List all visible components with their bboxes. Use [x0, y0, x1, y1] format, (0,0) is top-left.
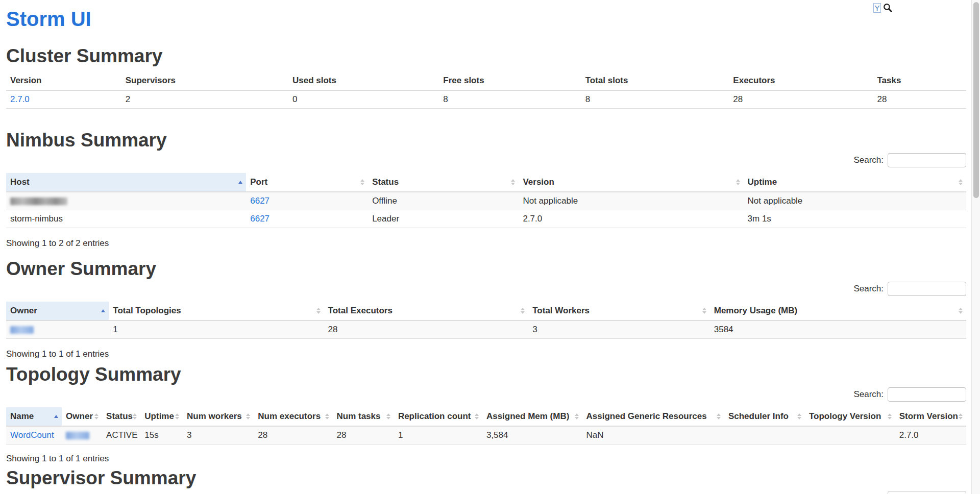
sort-both-icon [475, 413, 479, 419]
col-storm-version-sort[interactable]: Storm Version [895, 407, 966, 426]
col-owner-sort[interactable]: Owner [6, 302, 109, 320]
browser-find-widgets: Y [873, 3, 893, 13]
sort-both-icon [521, 308, 525, 314]
col-status-sort[interactable]: Status [102, 407, 140, 426]
col-name-sort[interactable]: Name [6, 407, 62, 426]
owner-summary-table: Owner Total Topologies Total Executors T… [6, 302, 966, 339]
owner-search-input[interactable] [888, 282, 966, 296]
col-supervisors: Supervisors [121, 71, 288, 90]
topology-summary-table: Name Owner Status Uptime Num workers Num… [6, 407, 966, 444]
table-row: 6627 Offline Not applicable Not applicab… [6, 192, 966, 210]
col-num-executors-sort[interactable]: Num executors [254, 407, 332, 426]
redacted-host-value [10, 197, 67, 205]
sort-both-icon [246, 413, 250, 419]
nimbus-port-link[interactable]: 6627 [250, 214, 270, 224]
nimbus-uptime-value: Not applicable [744, 192, 966, 210]
table-header-row: Owner Total Topologies Total Executors T… [6, 302, 966, 320]
sort-both-icon [717, 413, 721, 419]
nimbus-summary-table: Host Port Status Version Uptime 6627 Off… [6, 173, 966, 228]
col-status-sort[interactable]: Status [368, 173, 519, 192]
sort-both-icon [94, 413, 99, 419]
col-replication-count-sort[interactable]: Replication count [394, 407, 482, 426]
nimbus-search-input[interactable] [888, 153, 966, 167]
cluster-summary-table: Version Supervisors Used slots Free slot… [6, 71, 966, 109]
cluster-tasks-value: 28 [873, 90, 967, 109]
sort-both-icon [959, 308, 963, 314]
cluster-executors-value: 28 [729, 90, 873, 109]
col-total-topologies-sort[interactable]: Total Topologies [109, 302, 324, 320]
topology-num-tasks-value: 28 [333, 426, 394, 444]
sort-both-icon [575, 413, 579, 419]
supervisor-summary-heading: Supervisor Summary [6, 468, 966, 488]
sort-both-icon [316, 308, 321, 314]
cluster-free-slots-value: 8 [439, 90, 581, 109]
col-host-sort[interactable]: Host [6, 173, 246, 192]
sort-both-icon [360, 179, 364, 185]
nimbus-summary-heading: Nimbus Summary [6, 130, 966, 151]
col-free-slots: Free slots [439, 71, 581, 90]
owner-total-executors-value: 28 [324, 320, 529, 339]
topology-assigned-mem-value: 3,584 [482, 426, 582, 444]
owner-entries-info: Showing 1 to 1 of 1 entries [6, 349, 966, 359]
scrollbar-thumb[interactable] [973, 2, 979, 198]
topology-assigned-generic-resources-value: NaN [582, 426, 724, 444]
sort-both-icon [959, 179, 963, 185]
col-port-sort[interactable]: Port [246, 173, 368, 192]
col-topology-version-sort[interactable]: Topology Version [805, 407, 895, 426]
col-uptime-sort[interactable]: Uptime [744, 173, 966, 192]
nimbus-search-bar: Search: [6, 153, 966, 168]
topology-entries-info: Showing 1 to 1 of 1 entries [6, 454, 966, 464]
col-uptime-sort[interactable]: Uptime [140, 407, 183, 426]
cluster-total-slots-value: 8 [581, 90, 729, 109]
nimbus-status-value: Offline [368, 192, 519, 210]
nimbus-version-value: 2.7.0 [519, 210, 743, 228]
col-assigned-mem-sort[interactable]: Assigned Mem (MB) [482, 407, 582, 426]
sort-both-icon [702, 308, 706, 314]
cluster-supervisors-value: 2 [121, 90, 288, 109]
topology-scheduler-info-value [724, 426, 805, 444]
topology-search-input[interactable] [888, 387, 966, 402]
col-num-tasks-sort[interactable]: Num tasks [333, 407, 394, 426]
text-highlight-y: Y [873, 3, 881, 13]
redacted-owner-link[interactable] [10, 326, 34, 334]
topology-num-executors-value: 28 [254, 426, 332, 444]
nimbus-entries-info: Showing 1 to 2 of 2 entries [6, 238, 966, 249]
sort-both-icon [511, 179, 515, 185]
search-icon[interactable] [883, 3, 893, 13]
topology-uptime-value: 15s [140, 426, 183, 444]
col-scheduler-info-sort[interactable]: Scheduler Info [724, 407, 805, 426]
vertical-scrollbar[interactable] [971, 0, 980, 494]
col-total-slots: Total slots [581, 71, 729, 90]
sort-both-icon [736, 179, 740, 185]
col-owner-sort[interactable]: Owner [62, 407, 102, 426]
page-title: Storm UI [6, 8, 966, 30]
owner-total-workers-value: 3 [528, 320, 710, 339]
topology-search-bar: Search: [6, 387, 966, 402]
storm-ui-home-link[interactable]: Storm UI [6, 8, 91, 30]
supervisor-search-bar: Search: [6, 490, 966, 494]
table-header-row: Version Supervisors Used slots Free slot… [6, 71, 966, 90]
sort-asc-icon [238, 181, 242, 184]
owner-search-bar: Search: [6, 281, 966, 297]
redacted-owner-link[interactable] [66, 432, 89, 439]
table-row: 2.7.0 2 0 8 8 28 28 [6, 90, 966, 109]
nimbus-uptime-value: 3m 1s [744, 210, 966, 228]
col-used-slots: Used slots [288, 71, 439, 90]
table-header-row: Host Port Status Version Uptime [6, 173, 966, 192]
nimbus-host-value: storm-nimbus [6, 210, 246, 228]
col-version-sort[interactable]: Version [519, 173, 743, 192]
table-row: storm-nimbus 6627 Leader 2.7.0 3m 1s [6, 210, 966, 228]
table-row: 1 28 3 3584 [6, 320, 966, 339]
col-total-workers-sort[interactable]: Total Workers [528, 302, 710, 320]
col-memory-usage-sort[interactable]: Memory Usage (MB) [710, 302, 966, 320]
topology-name-link[interactable]: WordCount [10, 430, 54, 440]
cluster-summary-heading: Cluster Summary [6, 46, 966, 66]
nimbus-port-link[interactable]: 6627 [250, 196, 270, 206]
cluster-version-link[interactable]: 2.7.0 [10, 94, 30, 104]
col-assigned-generic-resources-sort[interactable]: Assigned Generic Resources [582, 407, 724, 426]
sort-both-icon [325, 413, 329, 419]
col-num-workers-sort[interactable]: Num workers [183, 407, 254, 426]
owner-total-topologies-value: 1 [109, 320, 324, 339]
col-total-executors-sort[interactable]: Total Executors [324, 302, 529, 320]
supervisor-search-input[interactable] [888, 491, 966, 494]
